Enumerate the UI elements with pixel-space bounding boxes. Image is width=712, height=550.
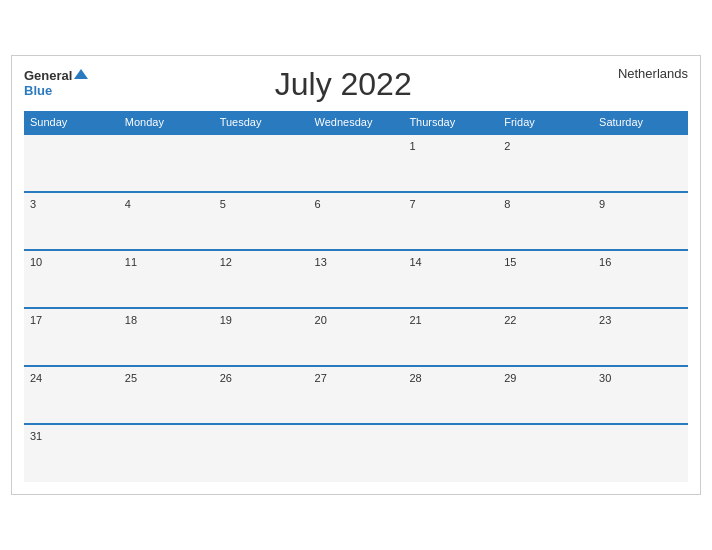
calendar-day-cell: [403, 424, 498, 482]
calendar-week-row: 31: [24, 424, 688, 482]
logo-blue-text: Blue: [24, 84, 52, 98]
calendar: General Blue July 2022 Netherlands Sunda…: [11, 55, 701, 495]
country-label: Netherlands: [598, 66, 688, 81]
calendar-day-cell: 27: [309, 366, 404, 424]
header-saturday: Saturday: [593, 111, 688, 134]
day-number: 27: [315, 372, 398, 384]
day-number: 12: [220, 256, 303, 268]
calendar-day-cell: 24: [24, 366, 119, 424]
calendar-day-cell: [214, 134, 309, 192]
calendar-day-cell: 12: [214, 250, 309, 308]
day-number: 10: [30, 256, 113, 268]
calendar-day-cell: 7: [403, 192, 498, 250]
calendar-day-cell: 10: [24, 250, 119, 308]
header-friday: Friday: [498, 111, 593, 134]
calendar-day-cell: 2: [498, 134, 593, 192]
day-number: 5: [220, 198, 303, 210]
calendar-day-cell: 20: [309, 308, 404, 366]
day-number: 29: [504, 372, 587, 384]
calendar-day-cell: [309, 424, 404, 482]
day-number: 31: [30, 430, 113, 442]
calendar-day-cell: 17: [24, 308, 119, 366]
calendar-title: July 2022: [88, 66, 598, 103]
day-number: 13: [315, 256, 398, 268]
day-number: 19: [220, 314, 303, 326]
calendar-day-cell: [498, 424, 593, 482]
calendar-day-cell: 23: [593, 308, 688, 366]
day-number: 17: [30, 314, 113, 326]
logo-general-text: General: [24, 66, 88, 84]
calendar-day-cell: 18: [119, 308, 214, 366]
calendar-day-cell: [119, 134, 214, 192]
day-number: 30: [599, 372, 682, 384]
calendar-day-cell: [24, 134, 119, 192]
day-number: 22: [504, 314, 587, 326]
day-number: 1: [409, 140, 492, 152]
calendar-day-cell: 21: [403, 308, 498, 366]
logo-triangle-icon: [74, 69, 88, 79]
day-number: 6: [315, 198, 398, 210]
calendar-day-cell: 15: [498, 250, 593, 308]
calendar-day-cell: 8: [498, 192, 593, 250]
calendar-day-cell: 11: [119, 250, 214, 308]
calendar-week-row: 17181920212223: [24, 308, 688, 366]
header-tuesday: Tuesday: [214, 111, 309, 134]
calendar-day-cell: 29: [498, 366, 593, 424]
day-number: 26: [220, 372, 303, 384]
calendar-day-cell: [309, 134, 404, 192]
calendar-table: Sunday Monday Tuesday Wednesday Thursday…: [24, 111, 688, 482]
calendar-day-cell: [214, 424, 309, 482]
day-number: 2: [504, 140, 587, 152]
header-thursday: Thursday: [403, 111, 498, 134]
header-sunday: Sunday: [24, 111, 119, 134]
day-number: 16: [599, 256, 682, 268]
calendar-week-row: 24252627282930: [24, 366, 688, 424]
day-number: 20: [315, 314, 398, 326]
day-number: 11: [125, 256, 208, 268]
day-number: 7: [409, 198, 492, 210]
calendar-day-cell: 4: [119, 192, 214, 250]
day-number: 28: [409, 372, 492, 384]
calendar-week-row: 10111213141516: [24, 250, 688, 308]
header-monday: Monday: [119, 111, 214, 134]
calendar-day-cell: [593, 134, 688, 192]
calendar-day-cell: 25: [119, 366, 214, 424]
calendar-day-cell: 5: [214, 192, 309, 250]
day-number: 4: [125, 198, 208, 210]
day-number: 24: [30, 372, 113, 384]
calendar-day-cell: 3: [24, 192, 119, 250]
day-number: 15: [504, 256, 587, 268]
calendar-day-cell: [119, 424, 214, 482]
day-number: 18: [125, 314, 208, 326]
calendar-day-cell: 9: [593, 192, 688, 250]
calendar-day-cell: 26: [214, 366, 309, 424]
calendar-week-row: 12: [24, 134, 688, 192]
day-number: 14: [409, 256, 492, 268]
calendar-day-cell: 6: [309, 192, 404, 250]
day-number: 8: [504, 198, 587, 210]
logo: General Blue: [24, 66, 88, 98]
day-number: 3: [30, 198, 113, 210]
day-number: 9: [599, 198, 682, 210]
calendar-day-cell: [593, 424, 688, 482]
calendar-day-cell: 14: [403, 250, 498, 308]
calendar-day-cell: 16: [593, 250, 688, 308]
header-wednesday: Wednesday: [309, 111, 404, 134]
calendar-header: General Blue July 2022 Netherlands: [24, 66, 688, 103]
weekday-header-row: Sunday Monday Tuesday Wednesday Thursday…: [24, 111, 688, 134]
day-number: 25: [125, 372, 208, 384]
calendar-day-cell: 28: [403, 366, 498, 424]
calendar-day-cell: 13: [309, 250, 404, 308]
calendar-week-row: 3456789: [24, 192, 688, 250]
day-number: 21: [409, 314, 492, 326]
day-number: 23: [599, 314, 682, 326]
calendar-day-cell: 30: [593, 366, 688, 424]
calendar-day-cell: 31: [24, 424, 119, 482]
calendar-day-cell: 1: [403, 134, 498, 192]
calendar-day-cell: 19: [214, 308, 309, 366]
calendar-day-cell: 22: [498, 308, 593, 366]
